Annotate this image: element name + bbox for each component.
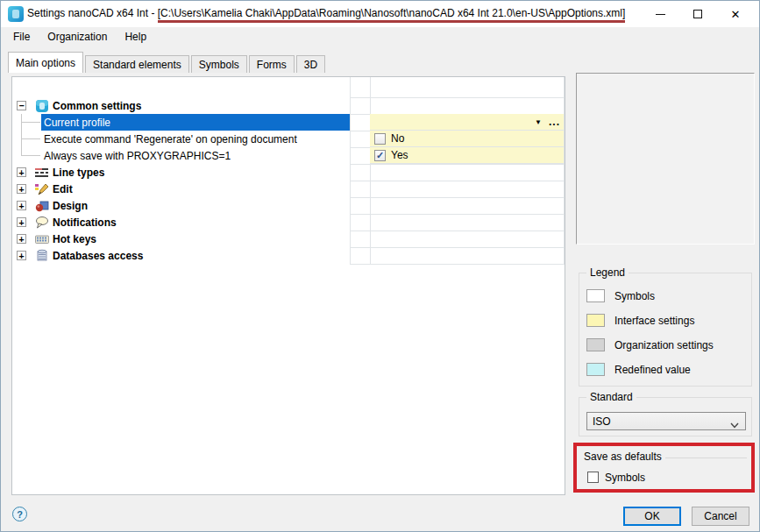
tree-row-common-settings[interactable]: − Common settings xyxy=(12,97,350,114)
tree-group-label: Common settings xyxy=(53,100,141,112)
standard-title: Standard xyxy=(586,391,636,403)
nanocad-app-icon xyxy=(8,6,24,22)
proxygraphics-value-cell: ✓ Yes xyxy=(370,147,564,164)
menu-help[interactable]: Help xyxy=(119,29,152,45)
tree-row-hot-keys[interactable]: + Hot keys xyxy=(12,231,350,247)
tree-item-label: Execute command 'Regenerate' on opening … xyxy=(44,133,297,145)
tree-guide xyxy=(21,122,40,123)
collapse-expander-icon[interactable]: − xyxy=(17,101,26,110)
legend-item-interface-settings: Interface settings xyxy=(586,314,694,327)
common-settings-icon xyxy=(35,99,49,113)
tree-group-label: Notifications xyxy=(53,216,117,229)
legend-item-label: Redefined value xyxy=(614,364,691,376)
expand-expander-icon[interactable]: + xyxy=(17,201,26,210)
tree-row-edit[interactable]: + Edit xyxy=(12,181,350,197)
close-button[interactable]: ✕ xyxy=(721,1,749,27)
help-icon: ? xyxy=(17,509,23,520)
tab-symbols[interactable]: Symbols xyxy=(191,55,247,73)
design-icon xyxy=(35,199,49,213)
tree-row-line-types[interactable]: + Line types xyxy=(12,164,350,181)
tree-row-databases-access[interactable]: + Databases access xyxy=(12,247,350,264)
ok-button[interactable]: OK xyxy=(623,507,681,526)
legend-item-label: Symbols xyxy=(614,290,655,302)
standard-selected-value: ISO xyxy=(593,415,611,428)
window-title-app: Settings nanoCAD x64 Int - xyxy=(27,7,158,19)
databases-access-icon xyxy=(35,249,49,263)
preview-panel xyxy=(576,73,755,245)
interface-settings-color-swatch xyxy=(586,314,605,327)
dropdown-arrow-icon[interactable]: ▼ xyxy=(535,118,542,126)
tab-standard-elements[interactable]: Standard elements xyxy=(85,55,189,73)
expand-expander-icon[interactable]: + xyxy=(17,234,26,244)
expand-expander-icon[interactable]: + xyxy=(17,251,26,260)
window-title-path-underlined: [C:\Users\Kamelia Chaki\AppData\Roaming\… xyxy=(158,7,626,23)
proxygraphics-value-label: Yes xyxy=(391,149,408,161)
regenerate-value-cell: No xyxy=(370,131,564,147)
symbols-color-swatch xyxy=(586,289,605,302)
redefined-value-color-swatch xyxy=(586,363,605,376)
legend-item-label: Organization settings xyxy=(614,339,714,351)
close-icon: ✕ xyxy=(731,8,741,21)
notifications-icon xyxy=(35,216,49,230)
tree-item-label: Always save with PROXYGRAPHICS=1 xyxy=(44,150,231,162)
help-button[interactable]: ? xyxy=(12,507,27,521)
expand-expander-icon[interactable]: + xyxy=(17,167,26,177)
expand-expander-icon[interactable]: + xyxy=(17,184,26,194)
legend-item-symbols: Symbols xyxy=(586,289,655,302)
tree-group-label: Edit xyxy=(53,183,73,195)
regenerate-value-label: No xyxy=(391,132,404,145)
save-as-defaults-annotation-box: Save as defaults Symbols xyxy=(573,443,755,493)
save-as-defaults-title: Save as defaults xyxy=(584,450,665,463)
menu-organization[interactable]: Organization xyxy=(42,29,112,45)
legend-group: Legend Symbols Interface settings Organi… xyxy=(579,273,752,387)
tree-row-design[interactable]: + Design xyxy=(12,197,350,214)
legend-item-organization-settings: Organization settings xyxy=(586,338,714,351)
tab-main-options[interactable]: Main options xyxy=(8,52,83,73)
maximize-button[interactable] xyxy=(684,1,712,27)
line-types-icon xyxy=(35,166,49,180)
menu-file[interactable]: File xyxy=(8,29,35,45)
groupbox-line xyxy=(663,458,747,458)
settings-grid-pane: − Common settings Current profile ▼ ... … xyxy=(11,76,565,495)
tree-row-regenerate[interactable]: Execute command 'Regenerate' on opening … xyxy=(12,131,350,147)
minimize-button[interactable] xyxy=(646,1,674,27)
standard-select[interactable]: ISO xyxy=(586,412,746,430)
minimize-icon xyxy=(656,14,665,15)
symbols-checkbox-label: Symbols xyxy=(605,472,645,484)
tree-group-label: Line types xyxy=(53,167,104,179)
settings-dialog: Settings nanoCAD x64 Int - [C:\Users\Kam… xyxy=(0,0,760,532)
cancel-button[interactable]: Cancel xyxy=(692,507,749,526)
standard-group: Standard ISO xyxy=(579,397,752,436)
tree-row-proxygraphics[interactable]: Always save with PROXYGRAPHICS=1 xyxy=(12,147,350,164)
hot-keys-icon xyxy=(35,232,49,246)
tab-forms[interactable]: Forms xyxy=(249,55,295,73)
regenerate-checkbox-unchecked[interactable] xyxy=(374,133,386,145)
tab-3d[interactable]: 3D xyxy=(296,55,325,73)
legend-item-label: Interface settings xyxy=(614,315,694,327)
edit-icon xyxy=(35,182,49,196)
symbols-checkbox-unchecked[interactable] xyxy=(587,472,599,483)
title-bar: Settings nanoCAD x64 Int - [C:\Users\Kam… xyxy=(1,1,759,27)
organization-settings-color-swatch xyxy=(586,338,605,351)
proxygraphics-checkbox-checked[interactable]: ✓ xyxy=(374,150,386,161)
window-title: Settings nanoCAD x64 Int - [C:\Users\Kam… xyxy=(27,1,625,27)
legend-item-redefined-value: Redefined value xyxy=(586,363,691,376)
more-options-icon[interactable]: ... xyxy=(549,118,560,125)
expand-expander-icon[interactable]: + xyxy=(17,217,26,227)
chevron-down-icon xyxy=(730,419,739,431)
tree-item-label: Current profile xyxy=(44,117,110,129)
tree-group-label: Hot keys xyxy=(53,233,96,245)
tree-group-label: Databases access xyxy=(53,250,143,262)
tree-row-notifications[interactable]: + Notifications xyxy=(12,214,350,231)
tree-group-label: Design xyxy=(53,200,88,212)
tree-row-current-profile[interactable]: Current profile xyxy=(41,114,350,131)
current-profile-value-cell[interactable]: ▼ ... xyxy=(370,114,564,131)
legend-title: Legend xyxy=(586,266,629,279)
menu-bar: File Organization Help xyxy=(1,27,759,46)
tab-strip: Main options Standard elements Symbols F… xyxy=(8,52,327,73)
maximize-icon xyxy=(693,10,702,18)
